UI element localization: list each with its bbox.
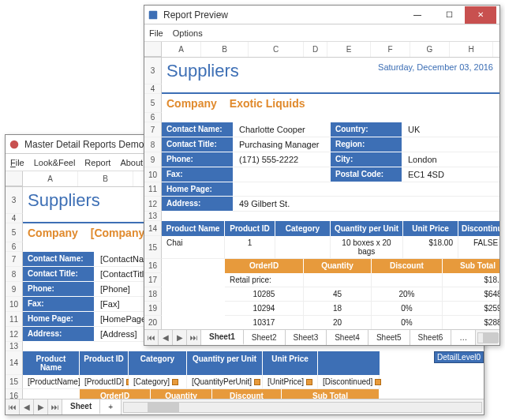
report-preview-window: Report Preview — ☐ ✕ File Options A B C … xyxy=(144,5,500,346)
tab-sheet4[interactable]: Sheet4 xyxy=(327,330,368,345)
menu-options[interactable]: Options xyxy=(173,28,203,38)
hscroll[interactable] xyxy=(123,402,482,413)
window-title: Report Preview xyxy=(163,9,402,21)
hscroll[interactable] xyxy=(477,332,498,343)
k-contact-name: Contact Name: xyxy=(23,252,94,267)
tab-nav-next-icon[interactable]: ▶ xyxy=(173,330,187,345)
tab-nav-last-icon[interactable]: ⏭ xyxy=(48,399,62,414)
tab-nav-prev-icon[interactable]: ◀ xyxy=(159,330,173,345)
tab-nav-prev-icon[interactable]: ◀ xyxy=(20,399,34,414)
tab-nav-last-icon[interactable]: ⏭ xyxy=(187,330,201,345)
order-0: 10285 xyxy=(225,287,304,302)
corner-cell[interactable] xyxy=(144,42,162,57)
tab-add[interactable]: + xyxy=(100,399,122,414)
maximize-button[interactable]: ☐ xyxy=(433,6,465,24)
svg-rect-1 xyxy=(149,10,158,19)
tab-sheet6[interactable]: Sheet6 xyxy=(410,330,452,345)
minimize-button[interactable]: — xyxy=(402,6,433,24)
suppliers-title: Suppliers xyxy=(162,58,244,84)
grid: 3 Suppliers Saturday, December 03, 2016 … xyxy=(144,58,499,329)
tab-nav-first-icon[interactable]: ⏮ xyxy=(6,399,20,414)
titlebar[interactable]: Report Preview — ☐ ✕ xyxy=(144,6,499,24)
tab-sheet1[interactable]: Sheet1 xyxy=(201,330,244,345)
company-val: Exotic Liquids xyxy=(222,94,313,113)
menubar: File Options xyxy=(144,24,499,42)
menu-report[interactable]: Report xyxy=(84,158,110,167)
sheet-tabs: ⏮ ◀ ▶ ⏭ Sheet1 Sheet2 Sheet3 Sheet4 Shee… xyxy=(144,329,499,345)
col-b[interactable]: B xyxy=(78,171,133,186)
suppliers-title: Suppliers xyxy=(23,187,105,214)
hdr-product-name: Product Name xyxy=(23,351,80,375)
menu-lookfeel[interactable]: Look&Feel xyxy=(34,158,76,167)
report-date: Saturday, December 03, 2016 xyxy=(244,58,499,84)
tab-more[interactable]: … xyxy=(451,330,476,345)
tab-sheet2[interactable]: Sheet2 xyxy=(244,330,286,345)
app-icon xyxy=(148,9,159,21)
tab-nav-next-icon[interactable]: ▶ xyxy=(34,399,48,414)
level0-badge[interactable]: DetailLevel0 xyxy=(434,351,484,363)
tab-sheet[interactable]: Sheet xyxy=(62,399,100,414)
menu-file[interactable]: File xyxy=(10,158,24,167)
close-button[interactable]: ✕ xyxy=(465,6,496,24)
company-label: Company xyxy=(162,94,222,113)
tab-nav-first-icon[interactable]: ⏮ xyxy=(144,330,159,345)
column-header-row: A B C D E F G H xyxy=(144,42,499,58)
retail-val: $18.00 xyxy=(443,273,499,287)
tab-sheet3[interactable]: Sheet3 xyxy=(286,330,327,345)
corner-cell[interactable] xyxy=(6,171,23,186)
prod-name: Chai xyxy=(162,236,225,259)
row-3[interactable]: 3 xyxy=(6,187,23,214)
menu-file[interactable]: File xyxy=(149,28,163,38)
svg-point-0 xyxy=(10,140,19,148)
company-label: Company xyxy=(23,223,83,242)
app-icon xyxy=(9,139,20,150)
sheet-tabs: ⏮ ◀ ▶ ⏭ Sheet + xyxy=(6,399,484,414)
col-a[interactable]: A xyxy=(23,171,78,186)
tab-sheet5[interactable]: Sheet5 xyxy=(368,330,410,345)
